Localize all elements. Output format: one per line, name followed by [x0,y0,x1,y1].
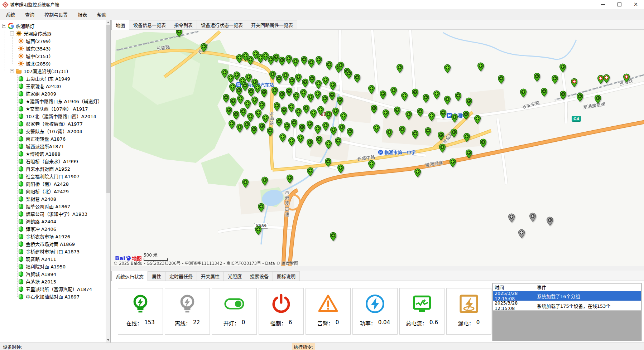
tree-row-3[interactable]: 城东(3543) [0,45,106,52]
device-pin-online[interactable] [325,111,332,120]
tree-row-1[interactable]: −光照度传感器 [0,30,106,37]
device-pin-offline[interactable] [518,229,525,238]
device-pin-online[interactable] [300,89,307,98]
device-pin-online[interactable] [559,63,566,73]
device-pin-online[interactable] [394,106,401,116]
menu-item-4[interactable]: 帮助 [92,9,111,20]
device-pin-online[interactable] [240,108,247,117]
device-pin-online[interactable] [276,118,283,127]
device-pin-online[interactable] [322,122,329,131]
device-pin-online[interactable] [314,90,321,99]
map-tab-0[interactable]: 地图 [111,20,129,30]
device-pin-online[interactable] [279,57,285,66]
menu-item-0[interactable]: 系统 [1,9,20,20]
device-pin-online[interactable] [466,97,472,107]
device-pin-online[interactable] [261,176,268,186]
device-pin-online[interactable] [463,133,470,142]
device-pin-alarm[interactable] [571,78,578,87]
device-pin-online[interactable] [236,123,243,133]
device-pin-online[interactable] [330,126,337,136]
device-pin-online[interactable] [310,109,317,118]
scrollbar-thumb[interactable] [106,25,110,193]
bottom-tab-1[interactable]: 属性 [148,271,165,281]
tree-row-7[interactable]: 五尖山大门东 A1949 [0,75,106,82]
device-pin-online[interactable] [329,91,336,101]
tree-row-29[interactable]: 金桥大市场对面 A1869 [0,240,106,248]
device-pin-online[interactable] [281,106,288,116]
device-pin-online[interactable] [474,115,481,124]
device-pin-online[interactable] [307,93,314,103]
menu-item-3[interactable]: 报表 [73,9,92,20]
tree-row-28[interactable]: 金桥农贸市场 A1926 [0,233,106,240]
device-pin-online[interactable] [451,113,458,123]
device-pin-online[interactable] [325,158,332,167]
device-pin-online[interactable] [423,94,429,103]
device-pin-online[interactable] [316,136,323,145]
bottom-tab-2[interactable]: 定时器任务 [165,271,197,281]
device-pin-online[interactable] [226,106,232,116]
device-pin-online[interactable] [439,144,446,153]
device-pin-online[interactable] [307,167,314,176]
device-pin-online[interactable] [292,58,299,67]
bottom-tab-0[interactable]: 系统运行状态 [111,271,148,281]
tree-row-5[interactable]: 城北(2859) [0,60,106,67]
device-pin-online[interactable] [295,108,302,117]
device-pin-online[interactable] [299,123,306,133]
device-pin-online[interactable] [316,56,322,65]
tree-row-10[interactable]: ★建新中路路口东 A1946（辅道灯） [0,97,106,105]
tree-row-8[interactable]: 王家珑巷 A2430 [0,82,106,90]
device-pin-online[interactable] [337,96,343,106]
device-pin-online[interactable] [237,95,244,104]
device-pin-online[interactable] [466,149,472,159]
device-pin-online[interactable] [330,232,337,241]
device-pin-online[interactable] [383,109,389,118]
tree-row-25[interactable]: 烟草公司（求知中学）A1933 [0,210,106,218]
device-pin-online[interactable] [399,126,406,135]
device-pin-online[interactable] [289,77,295,86]
tree-expand-toggle[interactable]: − [10,69,14,73]
tree-row-15[interactable]: 南正街转盘 A1876 [0,135,106,142]
tree-row-4[interactable]: 城中(2151) [0,52,106,60]
tree-scrollbar[interactable] [106,20,110,342]
device-pin-online[interactable] [560,91,567,100]
scroll-up-arrow[interactable] [106,20,110,25]
device-pin-online[interactable] [330,81,336,91]
device-pin-online[interactable] [288,137,295,146]
device-pin-online[interactable] [380,90,386,99]
device-pin-online[interactable] [425,127,432,136]
device-pin-online[interactable] [251,96,258,106]
device-pin-online[interactable] [223,94,230,103]
device-pin-online[interactable] [477,62,484,72]
event-row-1[interactable]: 2025/3/28 12:15:08系统加载了175个设备，在线153个 [493,301,641,311]
device-pin-online[interactable] [285,55,292,64]
device-pin-online[interactable] [297,134,304,144]
tree-row-18[interactable]: 石咀桥（自来水）A1999 [0,157,106,165]
device-pin-online[interactable] [301,56,308,65]
device-pin-online[interactable] [302,78,309,88]
scroll-down-arrow[interactable] [106,338,110,342]
device-pin-online[interactable] [332,107,339,117]
device-pin-online[interactable] [287,174,293,184]
map-view[interactable]: 长白路长盛路长盛路长安东路长盛中路长盛路港澳高速京港澳高速京港澳高速京港线G4X… [111,30,644,266]
device-pin-online[interactable] [274,102,280,111]
tree-row-26[interactable]: 鸿鹤路 A2404 [0,218,106,225]
device-pin-online[interactable] [254,84,261,93]
device-pin-online[interactable] [267,127,274,136]
close-button[interactable]: × [628,0,644,9]
device-pin-online[interactable] [346,70,352,79]
tree-row-22[interactable]: 向阳桥（北）A2429 [0,188,106,195]
tree-expand-toggle[interactable]: − [2,24,6,28]
device-pin-online[interactable] [279,133,286,142]
device-pin-offline[interactable] [547,217,553,226]
device-pin-online[interactable] [455,92,462,101]
tree-row-34[interactable]: 芭茅塘 A2015 [0,278,106,285]
device-pin-online[interactable] [401,92,408,101]
device-pin-online[interactable] [438,131,444,141]
tree-row-16[interactable]: 城西派出所A1871 [0,142,106,150]
maximize-button[interactable] [611,0,628,9]
device-pin-online[interactable] [541,88,548,97]
tree-row-24[interactable]: 烟草公司对面 A1867 [0,203,106,210]
device-pin-online[interactable] [233,111,240,120]
device-pin-online[interactable] [251,126,258,135]
device-pin-online[interactable] [307,138,313,148]
